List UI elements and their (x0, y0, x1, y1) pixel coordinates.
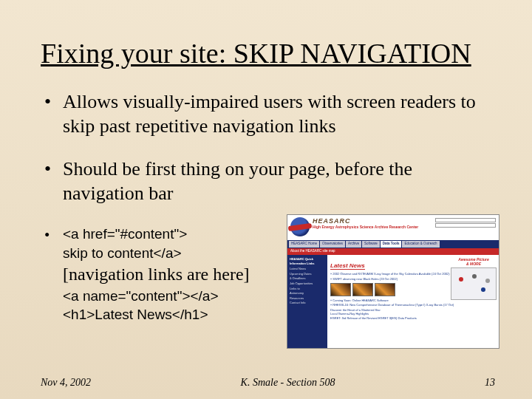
picture-box: Awesome Picture & MORE (451, 257, 497, 300)
sidebar-link: Contact Info (290, 301, 325, 305)
news-item: » RHESSI-16: New Comprehensive Database … (330, 303, 496, 307)
main-content: Latest News » 2002 Observe and RXTE/ASM … (327, 255, 499, 349)
thumbnail-image (375, 283, 395, 296)
sidebar-link: & Deadlines (290, 276, 325, 281)
slide-title: Fixing your site: SKIP NAVIGATION (41, 37, 495, 69)
footer-page: 13 (485, 377, 495, 389)
sidebar: HEASARC Quick Information Links Latest N… (287, 255, 327, 349)
nav-tab: Education & Outreach (402, 241, 439, 248)
picture-subtitle: & MORE (451, 262, 497, 266)
nav-tab: Observatories (320, 241, 345, 248)
nav-tab: Data Tools (381, 241, 402, 248)
sidebar-header: HEASARC Quick Information Links (290, 257, 325, 265)
sidebar-link: Upcoming Dates (290, 272, 325, 276)
thumbnail-image (352, 283, 373, 296)
nav-tab: HEASARC Home (289, 241, 319, 248)
slide-footer: Nov 4, 2002 K. Smale - Section 508 13 (41, 377, 495, 389)
sidebar-link: Astronomy (290, 291, 325, 296)
site-brand: HEASARC (313, 217, 432, 225)
site-brand-subtitle: High Energy Astrophysics Science Archive… (313, 225, 432, 229)
sidebar-link: Links to (290, 287, 325, 291)
picture-image (451, 267, 497, 300)
sub-strip: About the HEASARC site map (287, 248, 499, 255)
sidebar-link: Resources (290, 296, 325, 301)
bullet-item: Allows visually-impaired users with scre… (41, 90, 495, 138)
thumbnail-image (330, 283, 351, 296)
search-area (435, 217, 496, 238)
footer-date: Nov 4, 2002 (41, 377, 91, 389)
latest-news-heading: Latest News (330, 262, 365, 270)
nav-tab: Archive (346, 241, 361, 248)
news-item: Local Gamma-Ray Highlights (330, 312, 496, 316)
nav-tab: Software (362, 241, 380, 248)
sidebar-link: Job Opportunities (290, 282, 325, 286)
nasa-logo-icon (290, 217, 310, 236)
text-line: EGRET: 3rd Release of the Revised EGRET … (330, 316, 496, 320)
sidebar-link: Latest News (290, 267, 325, 271)
bullet-item: Should be first thing on your page, befo… (41, 157, 495, 205)
footer-author: K. Smale - Section 508 (241, 377, 335, 389)
nav-tabs: HEASARC Home Observatories Archive Softw… (287, 240, 499, 248)
embedded-screenshot: HEASARC High Energy Astrophysics Science… (287, 214, 499, 349)
